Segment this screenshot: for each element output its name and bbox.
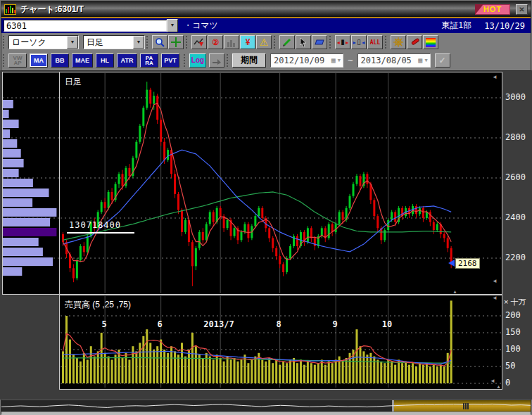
toolbar-grip-icon	[184, 54, 187, 67]
vol-tick-100: 100	[505, 344, 521, 354]
x-tick-jun: 6	[157, 319, 162, 329]
draw-pencil-button[interactable]	[279, 35, 295, 49]
histogram-icon	[227, 38, 236, 47]
price-tick-2400: 2400	[505, 212, 526, 222]
grid-settings-button[interactable]	[168, 35, 184, 49]
toolbar-grip-icon	[146, 36, 150, 49]
toolbar-grip-icon	[3, 36, 6, 49]
arrow-left-icon: ◄	[336, 40, 341, 45]
date-to-input[interactable]: 2013/08/05 ▦ ▼	[357, 53, 431, 68]
toolbar-indicators: VW AP MA BB MAE HL ATR PA RA PVT Log 期間 …	[1, 51, 531, 70]
eraser-icon	[315, 38, 325, 46]
cumulative-volume-annotation: 130718400	[69, 220, 121, 230]
jump-arrow-icon	[212, 56, 222, 65]
crayon-button[interactable]	[407, 35, 422, 49]
hot-button[interactable]: HOT	[475, 4, 510, 15]
vol-tick-200: 200	[505, 310, 521, 320]
x-tick-oct: 10	[382, 319, 392, 329]
stock-code-dropdown-button[interactable]: ▼	[167, 19, 178, 32]
indicator-add-button[interactable]	[191, 35, 207, 49]
axis-marker-icon: ◄	[492, 75, 498, 80]
search-icon	[155, 37, 165, 47]
arrow-left-icon: ◄	[361, 40, 366, 45]
title-bar[interactable]: チャート:6301/T HOT ✕	[1, 1, 531, 17]
timeframe-combo[interactable]: 日足 ▼	[83, 35, 145, 49]
window-title: チャート:6301/T	[20, 4, 475, 15]
chart-type-value: ローソク	[12, 37, 46, 49]
timeframe-value: 日足	[87, 37, 103, 49]
vol-tick-150: 150	[505, 327, 521, 337]
select-cursor-button[interactable]	[296, 35, 311, 49]
all-label: ALL	[370, 39, 380, 46]
indicator-pvt-button[interactable]: PVT	[161, 53, 179, 68]
rainbow-icon	[426, 38, 436, 47]
indicator-vwap-button[interactable]: VW AP	[8, 53, 27, 68]
widen-bars-button[interactable]: ◄ ▮ ►	[335, 35, 350, 49]
chart-type-combo[interactable]: ローソク ▼	[8, 35, 79, 49]
show-all-button[interactable]: ALL	[367, 35, 383, 49]
range-navigator[interactable]	[1, 400, 531, 411]
volume-axis-unit: × 十万	[504, 297, 526, 307]
timeframe-dropdown-icon[interactable]: ▼	[133, 36, 144, 49]
toolbar-grip-icon	[3, 54, 6, 67]
arrow-right-icon: ►	[345, 40, 350, 45]
axis-marker-icon: ◄	[492, 295, 498, 301]
circled-2-icon: ②	[212, 39, 219, 46]
date-to-value: 2013/08/05	[361, 56, 412, 65]
histogram-button-disabled[interactable]	[224, 35, 239, 49]
indicator-mae-button[interactable]: MAE	[72, 53, 93, 68]
indicator-para-button[interactable]: PA RA	[140, 53, 158, 68]
x-tick-sep: 9	[332, 319, 337, 329]
vol-tick-0: 0	[505, 378, 510, 388]
axis-marker-icon: ◄	[490, 378, 495, 384]
volume-pane-label: 売買高 (5 ,25 ,75)	[65, 299, 131, 311]
jump-button-disabled[interactable]	[209, 53, 224, 68]
web-link-button[interactable]	[391, 35, 406, 49]
zoom-button[interactable]	[152, 35, 167, 49]
price-tag-arrow-icon	[448, 260, 455, 267]
close-button[interactable]: ✕	[516, 4, 528, 15]
toolbar-grip-icon	[186, 36, 189, 49]
date-from-input[interactable]: 2012/10/09 ▦ ▼	[270, 53, 343, 68]
volume-profile-pane	[3, 72, 59, 294]
web-icon	[393, 37, 403, 47]
eraser-button[interactable]	[312, 35, 327, 49]
toolbar-grip-icon	[329, 36, 333, 49]
yen-scale-button[interactable]: ¥	[240, 35, 255, 49]
price-tick-2200: 2200	[505, 253, 526, 262]
indicator-atr-button[interactable]: ATR	[117, 53, 137, 68]
hot-label: HOT	[483, 5, 502, 13]
price-tick-2800: 2800	[505, 132, 526, 142]
axis-handle-icon: ▲	[496, 384, 501, 390]
date-range-tilde: ~	[348, 55, 353, 65]
color-palette-button[interactable]	[423, 35, 438, 49]
annotation-underline	[67, 232, 134, 234]
quote-date-label: 13/10/29	[484, 21, 525, 31]
toolbar-grip-icon	[274, 36, 277, 49]
toolbar-main: ローソク ▼ 日足 ▼ ②	[1, 33, 531, 51]
code-bar: ▼ ・コマツ 東証1部 13/10/29	[1, 18, 531, 33]
indicator-ma-button[interactable]: MA	[30, 53, 48, 68]
date-to-dropdown-icon[interactable]: ▼	[422, 58, 429, 63]
date-from-dropdown-icon[interactable]: ▼	[336, 58, 343, 63]
price-tick-3000: 3000	[505, 92, 526, 102]
grid-icon	[171, 37, 181, 47]
circled-2-button[interactable]: ②	[208, 35, 223, 49]
price-chart-pane[interactable]	[60, 72, 502, 294]
price-tick-2600: 2600	[505, 172, 526, 182]
apply-period-button[interactable]: ✓	[435, 53, 450, 68]
yen-icon: ¥	[246, 38, 251, 46]
bottom-scrollbar[interactable]	[1, 411, 531, 415]
chart-type-dropdown-icon[interactable]: ▼	[67, 36, 78, 49]
narrow-bars-button[interactable]: ► ▯ ◄	[351, 35, 367, 49]
log-scale-button[interactable]: Log	[189, 53, 206, 68]
stock-code-input[interactable]	[4, 20, 167, 32]
arrow-right-icon: ►	[352, 40, 357, 45]
chart-download-icon	[194, 37, 205, 47]
alert-button[interactable]: ⚠	[256, 35, 272, 49]
indicator-bb-button[interactable]: BB	[51, 53, 69, 68]
indicator-hl-button[interactable]: HL	[96, 53, 114, 68]
period-button[interactable]: 期間	[232, 53, 266, 68]
x-tick-may: 5	[101, 319, 106, 329]
toolbar-grip-icon	[385, 36, 388, 49]
